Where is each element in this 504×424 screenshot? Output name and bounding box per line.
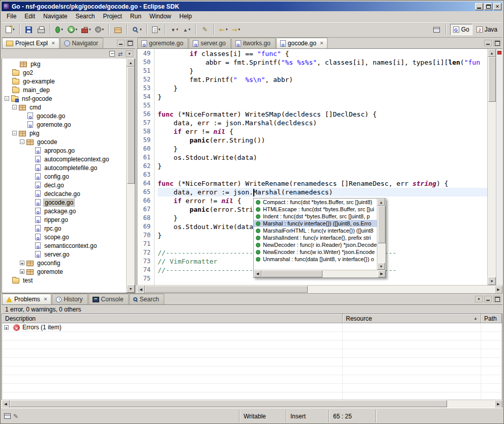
scrollbar-thumb[interactable]	[145, 286, 308, 293]
tree-expander-icon[interactable]: -	[12, 105, 17, 109]
dropdown-arrow-icon[interactable]: ▾	[226, 27, 228, 32]
print-button[interactable]	[36, 24, 47, 35]
tree-item-go2[interactable]: go2	[2, 68, 126, 77]
view-tab-search[interactable]: Search	[129, 294, 164, 304]
view-maximize-button[interactable]	[126, 40, 134, 46]
menu-run[interactable]: Run	[126, 12, 145, 21]
popup-hscrollbar[interactable]: ◀ ▶	[254, 270, 386, 277]
scroll-right-icon[interactable]: ▶	[494, 400, 502, 408]
scroll-left-icon[interactable]: ◀	[254, 270, 261, 277]
minimize-button[interactable]	[475, 3, 483, 10]
dropdown-arrow-icon[interactable]: ▾	[189, 27, 191, 32]
completion-item[interactable]: HTMLEscape : func(dst *bytes.Buffer, src…	[254, 206, 377, 213]
tree-item-goremote[interactable]: +goremote	[2, 267, 126, 276]
tree-expander-icon[interactable]: +	[20, 269, 24, 274]
tree-expander-icon[interactable]: -	[20, 139, 24, 144]
view-tab-project-expl[interactable]: Project Expl✕	[2, 38, 60, 48]
forward-button[interactable]: ▾	[230, 24, 242, 35]
tree-item-declcache-go[interactable]: declcache.go	[2, 189, 126, 198]
tree-item-pkg[interactable]: pkg	[2, 60, 126, 68]
scrollbar-thumb[interactable]	[127, 67, 135, 184]
view-menu-icon[interactable]	[126, 50, 133, 57]
error-marker[interactable]	[497, 51, 501, 54]
row-expander-icon[interactable]: +	[4, 325, 9, 330]
menu-project[interactable]: Project	[99, 12, 126, 21]
tree-item-semanticcontext-go[interactable]: semanticcontext.go	[2, 241, 126, 250]
column-header-path[interactable]: Path	[481, 314, 502, 323]
scroll-up-icon[interactable]: ▲	[488, 49, 496, 57]
dropdown-arrow-icon[interactable]: ▾	[76, 27, 78, 32]
tree-scrollbar[interactable]: ▲ ▼	[126, 59, 135, 293]
scroll-down-icon[interactable]: ▼	[127, 285, 135, 293]
tree-item-test[interactable]: test	[2, 276, 126, 285]
scrollbar-thumb[interactable]	[378, 206, 386, 243]
tree-item-gocode[interactable]: -gocode	[2, 137, 126, 146]
search-button[interactable]: ▾	[131, 24, 143, 35]
maximize-button[interactable]	[484, 3, 492, 10]
menu-help[interactable]: Help	[175, 12, 196, 21]
collapse-all-icon[interactable]	[109, 51, 115, 56]
scroll-up-icon[interactable]: ▲	[127, 59, 135, 67]
problems-row[interactable]: +Errors (1 item)	[2, 323, 502, 332]
tree-item-config-go[interactable]: config.go	[2, 172, 126, 181]
back-button[interactable]: ▾	[218, 24, 229, 35]
view-tab-navigator[interactable]: Navigator	[60, 38, 103, 48]
tab-close-icon[interactable]: ✕	[51, 41, 55, 46]
menu-search[interactable]: Search	[71, 12, 99, 21]
popup-vscrollbar[interactable]: ▲ ▼	[377, 199, 386, 270]
tree-expander-icon[interactable]: -	[5, 96, 9, 101]
dropdown-arrow-icon[interactable]: ▾	[159, 27, 161, 32]
tree-item-autocompletecontext-go[interactable]: autocompletecontext.go	[2, 155, 126, 163]
dropdown-arrow-icon[interactable]: ▾	[89, 27, 91, 32]
new-wizard-button[interactable]: ▾	[4, 24, 16, 35]
dropdown-arrow-icon[interactable]: ▾	[176, 27, 179, 32]
dropdown-arrow-icon[interactable]: ▾	[61, 27, 63, 32]
completion-item[interactable]: MarshalForHTML : func(v interface{}) ([]…	[254, 227, 377, 234]
tree-expander-icon[interactable]: -	[12, 131, 17, 135]
dropdown-arrow-icon[interactable]: ▾	[102, 27, 104, 32]
completion-item[interactable]: Compact : func(dst *bytes.Buffer, src []…	[254, 199, 377, 206]
editor-vscrollbar[interactable]: ▲ ▼	[487, 49, 496, 285]
editor-tab-server-go[interactable]: server.go	[189, 38, 230, 48]
completion-item[interactable]: MarshalIndent : func(v interface{}, pref…	[254, 234, 377, 241]
link-with-editor-icon[interactable]	[118, 50, 123, 58]
previous-annotation-button[interactable]: ▾	[181, 24, 192, 35]
view-menu-icon[interactable]	[475, 296, 483, 302]
scroll-left-icon[interactable]: ◀	[2, 400, 10, 408]
tree-item-server-go[interactable]: server.go	[2, 250, 126, 259]
view-minimize-button[interactable]	[484, 296, 492, 302]
view-tab-history[interactable]: History	[52, 294, 87, 304]
column-header-description[interactable]: Description	[2, 314, 343, 323]
tree-item-decl-go[interactable]: decl.go	[2, 181, 126, 189]
scrollbar-thumb[interactable]	[10, 400, 447, 407]
tree-item-main-dep[interactable]: main_dep	[2, 86, 126, 94]
next-annotation-button[interactable]: ▾	[169, 24, 180, 35]
tree-item-ripper-go[interactable]: ripper.go	[2, 215, 126, 224]
tab-close-icon[interactable]: ✕	[320, 41, 324, 46]
scroll-right-icon[interactable]: ▶	[494, 286, 502, 294]
scroll-left-icon[interactable]: ◀	[137, 286, 145, 294]
external-tools-button[interactable]: ▾	[80, 24, 93, 35]
tree-item-goremote-go[interactable]: goremote.go	[2, 120, 126, 129]
tree-item-nsf-gocode[interactable]: -nsf-gocode	[2, 94, 126, 103]
fast-view-icon[interactable]	[4, 413, 11, 419]
completion-item[interactable]: Indent : func(dst *bytes.Buffer, src []u…	[254, 213, 377, 220]
dropdown-arrow-icon[interactable]: ▾	[238, 27, 240, 32]
debug-button[interactable]: ▾	[54, 24, 65, 35]
tree-item-go-example[interactable]: go-example	[2, 77, 126, 86]
new-go-package-button[interactable]	[112, 24, 124, 35]
tree-item-autocompletefile-go[interactable]: autocompletefile.go	[2, 163, 126, 172]
tree-item-cmd[interactable]: -cmd	[2, 103, 126, 111]
scroll-right-icon[interactable]: ▶	[378, 270, 386, 277]
view-minimize-button[interactable]	[117, 40, 125, 46]
view-maximize-button[interactable]	[493, 296, 501, 302]
completion-item[interactable]: Marshal : func(v interface{}) ([]uint8, …	[254, 220, 377, 227]
tab-close-icon[interactable]: ✕	[44, 297, 48, 302]
view-tab-problems[interactable]: Problems✕	[2, 294, 51, 304]
tree-item-apropos-go[interactable]: apropos.go	[2, 146, 126, 155]
editor-minimize-button[interactable]	[484, 40, 492, 46]
menu-window[interactable]: Window	[145, 12, 175, 21]
tree-item-rpc-go[interactable]: rpc.go	[2, 224, 126, 233]
perspective-java-button[interactable]: Java	[473, 24, 500, 35]
tree-item-goconfig[interactable]: +goconfig	[2, 259, 126, 267]
